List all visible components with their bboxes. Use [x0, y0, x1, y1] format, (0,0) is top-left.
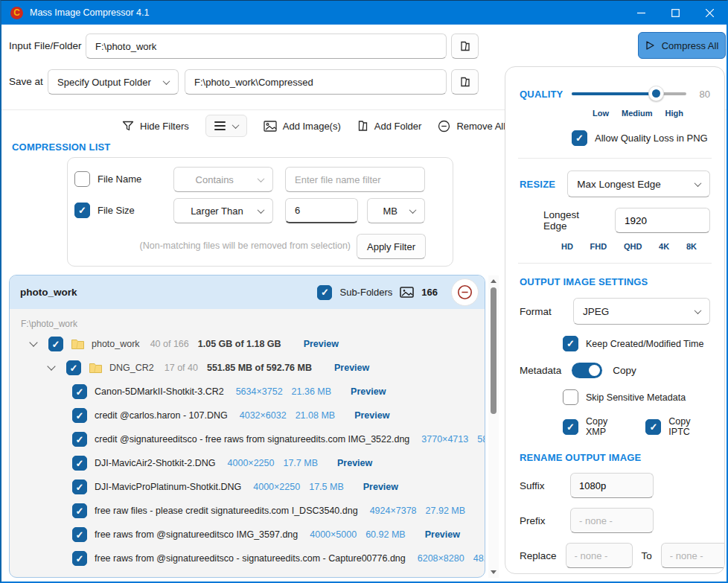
resize-mode-value: Max Longest Edge — [577, 179, 661, 190]
folder-count: 40 of 166 — [150, 339, 189, 349]
group-title: photo_work — [20, 287, 77, 298]
preview-link[interactable]: Preview — [304, 339, 339, 349]
tick-high[interactable]: High — [665, 109, 683, 118]
save-browse-button[interactable] — [451, 69, 479, 95]
remove-all-button[interactable]: Remove All — [438, 120, 505, 133]
preview-link[interactable]: Preview — [425, 529, 460, 540]
size-compare-select[interactable]: Larger Than — [173, 198, 273, 223]
compress-all-button[interactable]: Compress All — [638, 32, 726, 59]
file-row[interactable]: ✓ Canon-5DMarkII-Shotkit-3.CR2 5634×3752… — [10, 380, 485, 404]
maximize-button[interactable] — [658, 1, 692, 25]
replace-input[interactable] — [566, 543, 633, 568]
format-select[interactable]: JPEG — [573, 298, 710, 325]
checkbox-checked-icon: ✓ — [72, 551, 87, 566]
scroll-down-arrow[interactable] — [491, 570, 496, 574]
keep-time-checkbox[interactable]: ✓ Keep Created/Modified Time — [563, 336, 710, 351]
suffix-input[interactable] — [570, 473, 654, 498]
output-settings-title: OUTPUT IMAGE SETTINGS — [520, 276, 710, 287]
chevron-expand-icon[interactable] — [29, 338, 37, 346]
preset-8k[interactable]: 8K — [686, 242, 697, 251]
close-button[interactable] — [692, 1, 727, 25]
file-row[interactable]: ✓ free raws from @signatureeditsco IMG_3… — [10, 523, 485, 547]
save-path-value[interactable] — [194, 77, 437, 88]
file-name: DJI-MavicProPlatinum-Shotkit.DNG — [95, 482, 241, 492]
title-bar: C Mass Image Compressor 4.1 — [1, 1, 727, 25]
png-quality-loss-checkbox[interactable]: ✓ Allow Quality Loss in PNG — [572, 130, 710, 146]
input-path-field[interactable] — [86, 34, 447, 59]
size-unit-select[interactable]: MB — [367, 198, 425, 223]
file-name: credit @carlos.haron - 107.DNG — [95, 410, 228, 421]
folder-icon — [89, 362, 103, 374]
preview-link[interactable]: Preview — [363, 482, 398, 492]
image-count-icon — [400, 287, 414, 298]
preview-link[interactable]: Preview — [354, 410, 389, 421]
add-folder-button[interactable]: Add Folder — [357, 120, 422, 132]
scrollbar-thumb[interactable] — [491, 287, 496, 414]
preview-link[interactable]: Preview — [337, 458, 372, 468]
file-row[interactable]: ✓ credit @signatureeditsco - free raws f… — [10, 427, 485, 451]
input-browse-button[interactable] — [451, 34, 479, 59]
hide-filters-button[interactable]: Hide Filters — [122, 121, 189, 132]
copy-iptc-checkbox[interactable]: ✓ Copy IPTC — [645, 416, 710, 437]
file-name-filter-checkbox[interactable]: File Name — [74, 171, 141, 187]
file-row[interactable]: ✓ DJI-MavicProPlatinum-Shotkit.DNG 4000×… — [10, 475, 485, 499]
slider-thumb[interactable] — [648, 86, 664, 101]
subfolders-checkbox[interactable]: ✓ Sub-Folders — [317, 285, 392, 300]
tree-folder-row[interactable]: ✓ DNG_CR2 17 of 40 551.85 MB of 592.76 M… — [10, 356, 485, 380]
save-path-field[interactable] — [185, 69, 447, 95]
file-name: free raw files - please credit signature… — [95, 506, 358, 516]
checkbox-checked-icon: ✓ — [72, 503, 87, 518]
add-images-button[interactable]: Add Image(s) — [264, 121, 341, 132]
resize-presets: HD FHD QHD 4K 8K — [561, 242, 697, 251]
file-row[interactable]: ✓ credit @carlos.haron - 107.DNG 4032×60… — [10, 404, 485, 427]
preview-link[interactable]: Preview — [351, 386, 386, 397]
remove-group-button[interactable] — [451, 278, 479, 306]
file-name: Canon-5DMarkII-Shotkit-3.CR2 — [95, 386, 224, 397]
preview-link[interactable]: Preview — [485, 506, 485, 516]
name-match-value: Contains — [196, 174, 234, 185]
list-menu-button[interactable] — [205, 115, 247, 137]
apply-filter-button[interactable]: Apply Filter — [357, 234, 426, 259]
preset-hd[interactable]: HD — [561, 242, 573, 251]
checkbox-checked-icon: ✓ — [563, 419, 578, 435]
resize-mode-select[interactable]: Max Longest Edge — [567, 171, 710, 197]
app-icon: C — [10, 7, 23, 19]
size-value-field[interactable] — [285, 198, 358, 223]
file-size-filter-checkbox[interactable]: ✓ File Size — [74, 203, 135, 218]
copy-xmp-checkbox[interactable]: ✓ Copy XMP — [563, 416, 626, 437]
minimize-button[interactable] — [624, 1, 658, 25]
metadata-toggle[interactable] — [572, 363, 602, 378]
tick-low[interactable]: Low — [593, 109, 609, 118]
prefix-label: Prefix — [520, 515, 561, 526]
name-filter-input[interactable] — [295, 174, 415, 185]
checkbox-unchecked-icon — [74, 171, 90, 187]
checkbox-checked-icon: ✓ — [572, 130, 587, 146]
name-filter-field[interactable] — [285, 167, 425, 192]
preset-fhd[interactable]: FHD — [590, 242, 607, 251]
input-path-value[interactable] — [95, 41, 437, 52]
scroll-up-arrow[interactable] — [491, 279, 496, 283]
preview-link[interactable]: Preview — [334, 363, 369, 373]
metadata-label: Metadata — [520, 365, 561, 376]
skip-sensitive-checkbox[interactable]: Skip Sensitive Metadata — [563, 389, 710, 405]
file-size: 17.7 MB — [283, 458, 318, 468]
file-row[interactable]: ✓ free raws from @signatureeditsco - sig… — [10, 547, 485, 570]
chevron-expand-icon[interactable] — [47, 362, 55, 370]
preset-4k[interactable]: 4K — [659, 242, 669, 251]
size-value-input[interactable] — [295, 205, 348, 216]
save-mode-select[interactable]: Specify Output Folder — [48, 69, 179, 95]
longest-edge-input[interactable] — [615, 208, 710, 233]
preset-qhd[interactable]: QHD — [624, 242, 642, 251]
list-scrollbar[interactable] — [488, 275, 499, 578]
quality-slider[interactable] — [572, 86, 686, 101]
apply-filter-label: Apply Filter — [367, 241, 415, 252]
name-match-select[interactable]: Contains — [173, 167, 273, 192]
file-row[interactable]: ✓ DJI-MavicAir2-Shotkit-2.DNG 4000×2250 … — [10, 451, 485, 475]
prefix-input[interactable] — [570, 508, 654, 533]
tree-folder-row[interactable]: ✓ photo_work 40 of 166 1.05 GB of 1.18 G… — [10, 332, 485, 356]
tick-medium[interactable]: Medium — [622, 109, 653, 118]
chevron-down-icon — [409, 206, 417, 214]
copy-iptc-label: Copy IPTC — [668, 416, 710, 437]
file-row[interactable]: ✓ free raw files - please credit signatu… — [10, 499, 485, 523]
replace-to-input[interactable] — [661, 543, 725, 568]
